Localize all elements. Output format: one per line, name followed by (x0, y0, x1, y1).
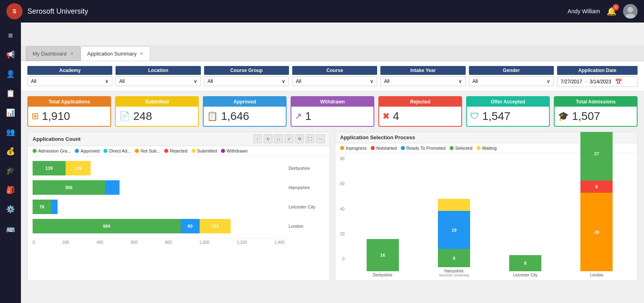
legend-dot (340, 146, 344, 150)
sidebar-item-list[interactable]: 📋 (2, 85, 19, 101)
hbar-segment (105, 180, 120, 195)
chart-copy-btn[interactable]: ⧉ (295, 134, 304, 143)
chart-actions: ↑ ↻ ↓↓ ⤢ ⧉ ⛶ ··· (253, 134, 325, 143)
hbar-x-axis: 02004006008001,0001,2001,400 (33, 238, 285, 245)
stat-icon: 📋 (207, 111, 218, 122)
hbar-location-label: Derbyshire (289, 166, 325, 171)
stat-body: ⊞ 1,910 (28, 107, 110, 126)
user-avatar[interactable] (623, 4, 638, 19)
stat-card-withdrawn[interactable]: Withdrawn ↗ 1 (291, 96, 374, 127)
stat-card-rejected[interactable]: Rejected ✖ 4 (378, 96, 462, 127)
tabs-bar: My Dashboard ✕ Application Summary ✕ (21, 45, 644, 61)
vbar-container: 80604020016Derbyshire919HampshireSerosof… (340, 157, 632, 277)
hbar-segment: 80 (181, 219, 200, 233)
filter-course-select[interactable]: All ∨ (292, 76, 377, 86)
chart-more-btn[interactable]: ··· (316, 134, 325, 143)
chevron-down-icon-3: ∨ (282, 78, 285, 84)
sidebar-item-transport[interactable]: 🚌 (2, 221, 19, 237)
tab-application-summary[interactable]: Application Summary ✕ (80, 46, 151, 61)
stat-value: 1,547 (482, 110, 510, 123)
user-name: Andy William (568, 8, 600, 14)
hbar-location-label: Leicester City (289, 204, 325, 209)
vbar-group: 16Derbyshire (347, 239, 418, 277)
legend-item: Not Sub... (135, 148, 160, 153)
tab-my-dashboard[interactable]: My Dashboard ✕ (26, 46, 80, 61)
vbar-segment: 39 (580, 193, 613, 271)
application-selection-title: Application Selection Process (340, 134, 415, 140)
vbar-group: 39627London (561, 132, 632, 277)
stat-value: 1,646 (221, 110, 249, 123)
sidebar-item-courses[interactable]: 🎓 (2, 163, 19, 179)
svg-text:S: S (12, 8, 16, 14)
stat-icon: ✖ (382, 111, 390, 122)
sidebar-item-finance[interactable]: 💰 (2, 143, 19, 159)
hbar-row: 78Leicester City (33, 200, 325, 214)
vbar-x-sublabel: Serosoft University (439, 273, 469, 277)
legend-dot (164, 149, 168, 153)
vbar-x-label: Hampshire (444, 269, 464, 273)
main-content: My Dashboard ✕ Application Summary ✕ Aca… (21, 45, 644, 303)
applications-count-title: Applications Count (33, 136, 80, 142)
chart-fullscreen-btn[interactable]: ⛶ (305, 134, 314, 143)
sidebar-item-announcements[interactable]: 📢 (2, 47, 19, 63)
stat-header: Submitted (116, 97, 198, 107)
stat-card-total-applications[interactable]: Total Applications ⊞ 1,910 (27, 96, 111, 127)
sidebar-toggle[interactable]: ≡ (2, 27, 19, 43)
filter-location-select[interactable]: All ∨ (116, 76, 200, 86)
sidebar-item-reports[interactable]: 📊 (2, 105, 19, 121)
stat-icon: ↗ (295, 111, 302, 122)
calendar-icon[interactable]: 📅 (615, 78, 622, 85)
sidebar-item-backpack[interactable]: 🎒 (2, 182, 19, 198)
stat-card-offer-accepted[interactable]: Offer Accepted 🛡 1,547 (466, 96, 550, 127)
sidebar-item-users[interactable]: 👥 (2, 124, 19, 140)
filter-intake-year-select[interactable]: All ∨ (380, 76, 465, 86)
notification-bell[interactable]: 🔔 6 (607, 6, 617, 16)
hbar-row: 306Hampshire (33, 180, 325, 195)
filter-course-group-select[interactable]: All ∨ (204, 76, 289, 86)
chart-up-btn[interactable]: ↑ (253, 134, 262, 143)
stat-card-approved[interactable]: Approved 📋 1,646 (203, 96, 287, 127)
stat-body: 📄 248 (116, 107, 198, 126)
filter-academy: Academy All ∨ (27, 66, 112, 87)
stat-card-submitted[interactable]: Submitted 📄 248 (115, 96, 199, 127)
legend-dot (221, 149, 225, 153)
stat-header: Rejected (379, 97, 461, 107)
stat-icon: 🛡 (470, 111, 479, 122)
chart-refresh-btn[interactable]: ↻ (264, 134, 272, 143)
filter-intake-year: Intake Year All ∨ (380, 66, 465, 87)
stat-value: 248 (133, 110, 152, 123)
hbar-bars: 98480131 (33, 219, 286, 233)
tab-application-summary-close[interactable]: ✕ (140, 51, 143, 56)
legend-item: Admission Gra... (33, 148, 71, 153)
stat-card-total-admissions[interactable]: Total Admissions 🎓 1,507 (554, 96, 638, 127)
stat-body: ✖ 4 (379, 107, 461, 126)
sidebar-item-settings[interactable]: ⚙️ (2, 201, 19, 217)
chart-download-btn[interactable]: ↓↓ (274, 134, 283, 143)
chevron-down-icon-5: ∨ (458, 78, 462, 84)
stat-value: 1 (305, 110, 312, 123)
sidebar-item-profile[interactable]: 👤 (2, 66, 19, 82)
hbar-location-label: London (289, 224, 325, 229)
filter-gender-select[interactable]: All ∨ (469, 76, 554, 86)
legend-item: Submitted (192, 148, 217, 153)
notification-badge: 6 (613, 4, 619, 10)
date-from: 7/27/2017 (561, 79, 582, 85)
hbar-bars: 306 (33, 180, 286, 195)
legend-dot (192, 149, 196, 153)
tab-my-dashboard-close[interactable]: ✕ (70, 51, 74, 56)
filter-application-date-label: Application Date (557, 66, 638, 75)
stat-header: Approved (204, 97, 286, 107)
vbar-stacked: 39627 (580, 132, 613, 271)
filter-location: Location All ∨ (116, 66, 200, 87)
vbar-stacked: 919 (438, 199, 470, 267)
chart-expand-btn[interactable]: ⤢ (285, 134, 293, 143)
hbar-bars: 139105 (33, 161, 286, 175)
top-nav: S Serosoft University Andy William 🔔 6 (0, 0, 644, 23)
filter-date-row[interactable]: 7/27/2017 – 3/14/2023 📅 (557, 76, 638, 87)
legend-item: Selected (450, 146, 473, 150)
filter-academy-select[interactable]: All ∨ (27, 76, 112, 86)
filters-grid: Academy All ∨ Location All ∨ Course Grou… (27, 66, 638, 87)
vbar-stacked: 8 (509, 255, 541, 271)
hbar-segment: 984 (33, 219, 181, 233)
app-title: Serosoft University (27, 7, 563, 16)
